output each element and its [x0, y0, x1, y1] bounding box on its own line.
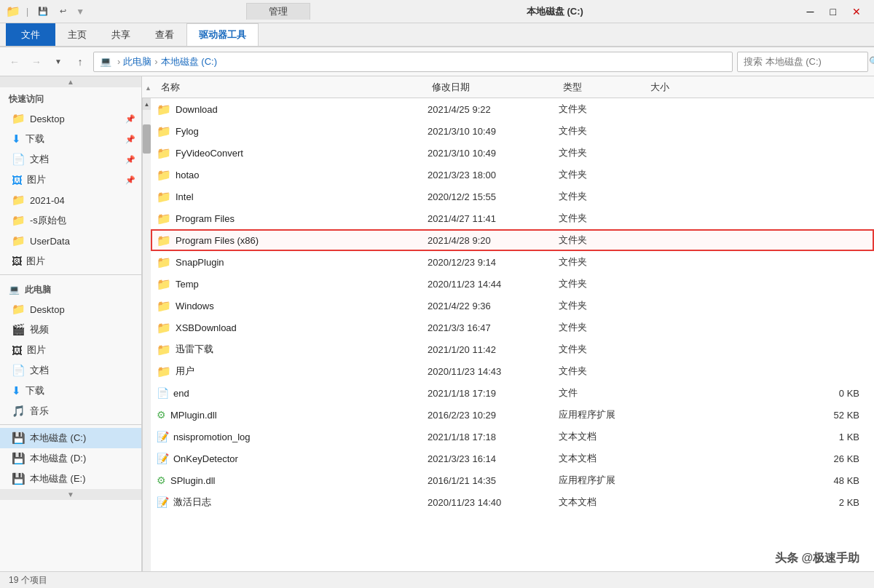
quick-access-header: 快速访问	[0, 87, 141, 108]
file-size: 48 KB	[646, 475, 874, 486]
ribbon-tabs: 文件 主页 共享 查看 驱动器工具	[0, 23, 874, 46]
file-row[interactable]: 📁 Temp 2020/11/23 14:44 文件夹	[151, 273, 874, 295]
file-row[interactable]: ⚙ SPlugin.dll 2016/1/21 14:35 应用程序扩展 48 …	[151, 469, 874, 491]
tab-drive-tools[interactable]: 驱动器工具	[186, 23, 259, 46]
sidebar-item-2021-04[interactable]: 📁 2021-04	[0, 190, 141, 210]
folder-icon: 📁	[157, 146, 171, 160]
minimize-btn[interactable]: ─	[800, 4, 822, 19]
file-size: 0 KB	[646, 388, 874, 399]
file-row[interactable]: 📝 OnKeyDetector 2021/3/23 16:14 文本文档 26 …	[151, 448, 874, 469]
file-size: 1 KB	[646, 432, 874, 442]
search-input[interactable]	[744, 56, 866, 67]
nav-up[interactable]: ↑	[71, 53, 89, 71]
doc-icon2: 📄	[12, 364, 25, 377]
file-row[interactable]: 📁 Program Files (x86) 2021/4/28 9:20 文件夹	[151, 229, 874, 251]
file-row[interactable]: ⚙ MPlugin.dll 2016/2/23 10:29 应用程序扩展 52 …	[151, 404, 874, 426]
path-c-drive[interactable]: 本地磁盘 (C:)	[161, 55, 217, 68]
sidebar-scroll-down[interactable]: ▼	[0, 489, 141, 500]
tab-file[interactable]: 文件	[6, 23, 55, 46]
sidebar-item-d-drive[interactable]: 💾 本地磁盘 (D:)	[0, 448, 141, 469]
sidebar-item-download-quick[interactable]: ⬇ 下载 📌	[0, 129, 141, 149]
pic-icon: 🖼	[12, 174, 23, 186]
scroll-thumb[interactable]	[143, 124, 151, 154]
file-name-text: 用户	[176, 365, 194, 378]
file-type: 文件夹	[559, 321, 646, 334]
sidebar-item-e-drive[interactable]: 💾 本地磁盘 (E:)	[0, 469, 141, 489]
file-size: 52 KB	[646, 410, 874, 421]
sidebar-item-pics2[interactable]: 🖼 图片	[0, 251, 141, 271]
qat-undo[interactable]: ↩	[56, 5, 70, 17]
file-row[interactable]: 📁 迅雷下载 2021/1/20 11:42 文件夹	[151, 338, 874, 360]
search-box[interactable]: 🔍	[737, 52, 868, 72]
manage-label: 管理	[269, 6, 288, 17]
col-type-label: 类型	[563, 82, 582, 92]
qat-save[interactable]: 💾	[34, 5, 52, 17]
sidebar-item-pics-pc[interactable]: 🖼 图片	[0, 340, 141, 360]
sidebar-item-desktop-pc[interactable]: 📁 Desktop	[0, 299, 141, 319]
file-type: 文本文档	[559, 496, 646, 509]
sidebar-item-docs-quick[interactable]: 📄 文档 📌	[0, 149, 141, 170]
col-date-label: 修改日期	[432, 82, 470, 92]
close-btn[interactable]: ✕	[845, 4, 868, 19]
file-date: 2020/12/23 9:14	[428, 257, 559, 268]
file-date: 2021/3/3 16:47	[428, 322, 559, 333]
maximize-btn[interactable]: □	[823, 4, 843, 19]
col-header-name[interactable]: 名称	[155, 81, 432, 94]
folder-icon: 📁	[157, 168, 171, 182]
nav-back[interactable]: ←	[6, 53, 23, 71]
file-name-text: FyVideoConvert	[176, 148, 243, 159]
file-row[interactable]: 📁 SnapPlugin 2020/12/23 9:14 文件夹	[151, 251, 874, 273]
path-drive-icon: 💻	[100, 56, 111, 67]
file-row[interactable]: 📁 FyVideoConvert 2021/3/10 10:49 文件夹	[151, 142, 874, 164]
sidebar-divider2	[0, 424, 141, 425]
file-row[interactable]: 📁 Windows 2021/4/22 9:36 文件夹	[151, 295, 874, 317]
sidebar-item-c-drive[interactable]: 💾 本地磁盘 (C:)	[0, 428, 141, 448]
file-name-text: 迅雷下载	[176, 343, 213, 356]
folder-icon: 📁	[157, 103, 171, 116]
sidebar-pics2-label: 图片	[26, 255, 45, 268]
file-date: 2016/2/23 10:29	[428, 410, 559, 421]
sidebar-item-docs-pc[interactable]: 📄 文档	[0, 360, 141, 381]
nav-forward[interactable]: →	[28, 53, 45, 71]
sidebar-item-music[interactable]: 🎵 音乐	[0, 401, 141, 421]
file-row[interactable]: 📝 激活日志 2020/11/23 14:40 文本文档 2 KB	[151, 491, 874, 513]
sort-arrow: ▲	[145, 82, 155, 92]
file-type: 文件夹	[559, 365, 646, 378]
col-header-date[interactable]: 修改日期	[432, 81, 563, 94]
watermark-text: 头条 @极速手助	[775, 552, 859, 564]
file-row[interactable]: 📁 XSBDownload 2021/3/3 16:47 文件夹	[151, 317, 874, 338]
scroll-up-btn[interactable]: ▲	[143, 98, 151, 110]
folder-yellow-icon3: 📁	[12, 234, 25, 247]
address-path[interactable]: 💻 › 此电脑 › 本地磁盘 (C:)	[93, 52, 733, 72]
file-row[interactable]: 📝 nsispromotion_log 2021/1/18 17:18 文本文档…	[151, 426, 874, 448]
sidebar-item-pics-quick[interactable]: 🖼 图片 📌	[0, 170, 141, 190]
file-row[interactable]: 📁 Intel 2020/12/2 15:55 文件夹	[151, 186, 874, 207]
scroll-track-left[interactable]: ▲	[142, 98, 151, 571]
file-row[interactable]: 📁 Fylog 2021/3/10 10:49 文件夹	[151, 120, 874, 142]
tab-share[interactable]: 共享	[99, 23, 143, 46]
sidebar-item-origpkg[interactable]: 📁 -s原始包	[0, 210, 141, 231]
tab-view-label: 查看	[155, 29, 174, 40]
file-row[interactable]: 📁 hotao 2021/3/23 18:00 文件夹	[151, 164, 874, 186]
file-row[interactable]: 📁 Program Files 2021/4/27 11:41 文件夹	[151, 207, 874, 229]
file-type: 文本文档	[559, 452, 646, 465]
sidebar-item-video[interactable]: 🎬 视频	[0, 319, 141, 340]
path-this-pc[interactable]: 此电脑	[123, 55, 151, 68]
col-size-label: 大小	[650, 82, 669, 92]
sidebar-item-userdata[interactable]: 📁 UserData	[0, 231, 141, 251]
file-row[interactable]: 📁 Download 2021/4/25 9:22 文件夹	[151, 98, 874, 120]
file-row[interactable]: 📄 end 2021/1/18 17:19 文件 0 KB	[151, 382, 874, 404]
nav-dropdown[interactable]: ▼	[50, 53, 67, 71]
col-header-size[interactable]: 大小	[650, 81, 874, 94]
sidebar-scroll-up[interactable]: ▲	[0, 76, 141, 87]
status-bar: 19 个项目	[0, 571, 874, 588]
file-row[interactable]: 📁 用户 2020/11/23 14:43 文件夹	[151, 360, 874, 382]
tab-view[interactable]: 查看	[143, 23, 186, 46]
col-name-label: 名称	[161, 82, 180, 92]
tab-home[interactable]: 主页	[55, 23, 99, 46]
file-type: 应用程序扩展	[559, 408, 646, 421]
sidebar-item-desktop-quick[interactable]: 📁 Desktop 📌	[0, 108, 141, 129]
sidebar-item-dl-pc[interactable]: ⬇ 下载	[0, 381, 141, 401]
col-header-type[interactable]: 类型	[563, 81, 650, 94]
file-name-text: OnKeyDetector	[173, 453, 238, 464]
